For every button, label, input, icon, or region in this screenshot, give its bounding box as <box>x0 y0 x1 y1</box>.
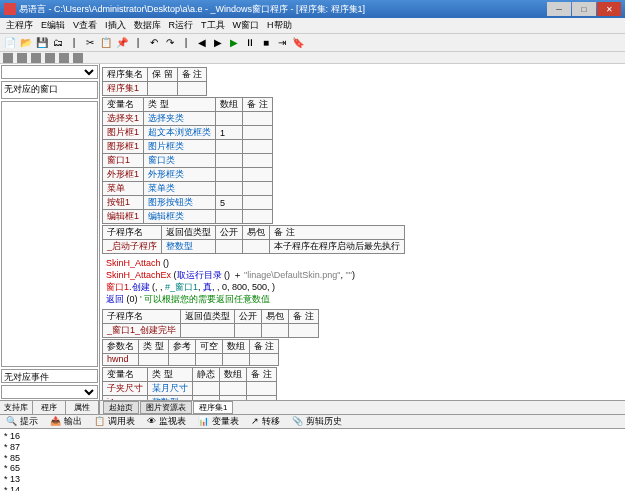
maximize-button[interactable]: □ <box>572 2 596 16</box>
code-editor[interactable]: 程序集名保 留备 注程序集1变量名类 型数组备 注选择夹1选择夹类图片框1超文本… <box>100 64 625 414</box>
menu-item[interactable]: W窗口 <box>230 19 263 32</box>
tb2-icon[interactable] <box>45 53 55 63</box>
menu-item[interactable]: R运行 <box>166 19 197 32</box>
sidebar-footer: 无对应事件 <box>1 369 98 383</box>
sidebar-spacer <box>1 101 98 367</box>
menu-item[interactable]: T工具 <box>198 19 228 32</box>
paste-icon[interactable]: 📌 <box>115 36 129 50</box>
window-title: 易语言 - C:\Users\Administrator\Desktop\a\a… <box>19 3 546 16</box>
pause-icon[interactable]: ⏸ <box>243 36 257 50</box>
main-area: 无对应的窗口 无对应事件 支持库 程序 属性 程序集名保 留备 注程序集1变量名… <box>0 64 625 414</box>
undo-icon[interactable]: ↶ <box>147 36 161 50</box>
tb2-icon[interactable] <box>3 53 13 63</box>
sep-icon: | <box>131 36 145 50</box>
back-icon[interactable]: ◀ <box>195 36 209 50</box>
bottom-tab[interactable]: ↗转移 <box>248 415 286 428</box>
sidebar-tree[interactable]: 无对应的窗口 <box>1 81 98 99</box>
fwd-icon[interactable]: ▶ <box>211 36 225 50</box>
file-tabs: 起始页 图片资源表 程序集1 <box>100 400 625 414</box>
bottom-tab[interactable]: 📤输出 <box>47 415 88 428</box>
step-icon[interactable]: ⇥ <box>275 36 289 50</box>
tb2-icon[interactable] <box>59 53 69 63</box>
bottom-bar: 🔍提示 📤输出 📋调用表 👁监视表 📊变量表 ↗转移 📎剪辑历史 <box>0 414 625 428</box>
bottom-tab[interactable]: 🔍提示 <box>3 415 44 428</box>
sidebar-tab[interactable]: 支持库 <box>0 401 33 414</box>
copy-icon[interactable]: 📋 <box>99 36 113 50</box>
tb2-icon[interactable] <box>17 53 27 63</box>
sidebar: 无对应的窗口 无对应事件 支持库 程序 属性 <box>0 64 100 414</box>
cut-icon[interactable]: ✂ <box>83 36 97 50</box>
sidebar-select[interactable] <box>1 65 98 79</box>
menu-item[interactable]: H帮助 <box>264 19 295 32</box>
sep-icon: | <box>179 36 193 50</box>
toolbar-2 <box>0 52 625 64</box>
close-button[interactable]: ✕ <box>597 2 621 16</box>
sidebar-tab[interactable]: 属性 <box>66 401 99 414</box>
sidebar-event-select[interactable] <box>1 385 98 399</box>
bookmark-icon[interactable]: 🔖 <box>291 36 305 50</box>
redo-icon[interactable]: ↷ <box>163 36 177 50</box>
menu-item[interactable]: I插入 <box>102 19 129 32</box>
title-bar: 易语言 - C:\Users\Administrator\Desktop\a\a… <box>0 0 625 18</box>
new-icon[interactable]: 📄 <box>3 36 17 50</box>
app-icon <box>4 3 16 15</box>
menu-bar: 主程序 E编辑 V查看 I插入 数据库 R运行 T工具 W窗口 H帮助 <box>0 18 625 34</box>
save-icon[interactable]: 💾 <box>35 36 49 50</box>
bottom-tab[interactable]: 📊变量表 <box>195 415 245 428</box>
bottom-tab[interactable]: 👁监视表 <box>144 415 192 428</box>
file-tab[interactable]: 图片资源表 <box>140 401 192 414</box>
save-all-icon[interactable]: 🗂 <box>51 36 65 50</box>
sep-icon: | <box>67 36 81 50</box>
run-icon[interactable]: ▶ <box>227 36 241 50</box>
minimize-button[interactable]: ─ <box>547 2 571 16</box>
sidebar-tabs: 支持库 程序 属性 <box>0 400 99 414</box>
menu-item[interactable]: 主程序 <box>3 19 36 32</box>
sidebar-tab[interactable]: 程序 <box>33 401 66 414</box>
stop-icon[interactable]: ■ <box>259 36 273 50</box>
bottom-tab[interactable]: 📋调用表 <box>91 415 141 428</box>
menu-item[interactable]: V查看 <box>70 19 100 32</box>
file-tab[interactable]: 起始页 <box>103 401 139 414</box>
toolbar: 📄 📂 💾 🗂 | ✂ 📋 📌 | ↶ ↷ | ◀ ▶ ▶ ⏸ ■ ⇥ 🔖 <box>0 34 625 52</box>
bottom-tab[interactable]: 📎剪辑历史 <box>289 415 348 428</box>
open-icon[interactable]: 📂 <box>19 36 33 50</box>
output-pane[interactable]: * 16* 87* 85* 65* 13* 14* 79* 调试试易程序运行完毕 <box>0 428 625 491</box>
tb2-icon[interactable] <box>31 53 41 63</box>
menu-item[interactable]: E编辑 <box>38 19 68 32</box>
tb2-icon[interactable] <box>73 53 83 63</box>
file-tab-active[interactable]: 程序集1 <box>193 401 233 414</box>
menu-item[interactable]: 数据库 <box>131 19 164 32</box>
